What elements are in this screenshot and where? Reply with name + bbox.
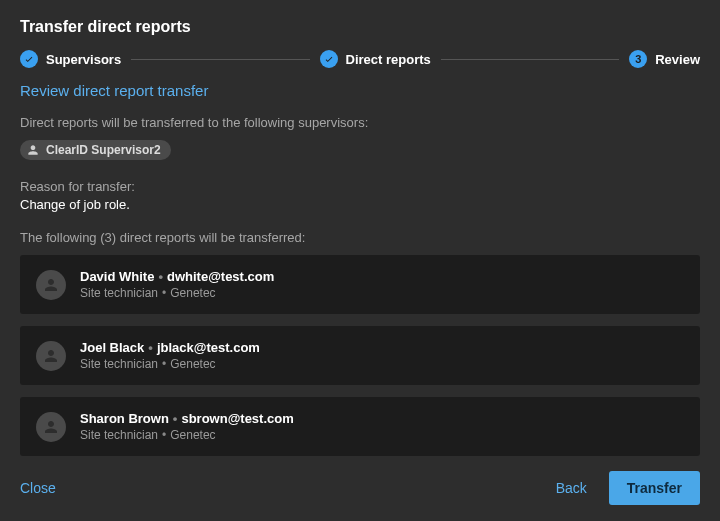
separator-dot: • <box>144 340 157 355</box>
supervisors-intro: Direct reports will be transferred to th… <box>20 115 700 130</box>
reason-value: Change of job role. <box>20 197 700 212</box>
back-button[interactable]: Back <box>542 472 601 504</box>
review-heading: Review direct report transfer <box>20 82 700 99</box>
person-line2: Site technician•Genetec <box>80 428 294 442</box>
avatar <box>36 270 66 300</box>
supervisor-chip: ClearID Supervisor2 <box>20 140 171 160</box>
step-connector <box>131 59 309 60</box>
person-line2: Site technician•Genetec <box>80 357 260 371</box>
separator-dot: • <box>154 269 167 284</box>
person-email: sbrown@test.com <box>181 411 293 426</box>
person-line1: Sharon Brown•sbrown@test.com <box>80 411 294 426</box>
person-line2: Site technician•Genetec <box>80 286 274 300</box>
step-label: Supervisors <box>46 52 121 67</box>
step-direct-reports[interactable]: Direct reports <box>320 50 431 68</box>
person-role: Site technician <box>80 357 158 371</box>
separator-dot: • <box>158 428 170 442</box>
avatar <box>36 341 66 371</box>
step-supervisors[interactable]: Supervisors <box>20 50 121 68</box>
transfer-dialog: Transfer direct reports Supervisors Dire… <box>0 0 720 521</box>
step-label: Direct reports <box>346 52 431 67</box>
step-connector <box>441 59 619 60</box>
person-line1: David White•dwhite@test.com <box>80 269 274 284</box>
person-org: Genetec <box>170 428 215 442</box>
person-email: jblack@test.com <box>157 340 260 355</box>
person-line1: Joel Black•jblack@test.com <box>80 340 260 355</box>
reason-block: Reason for transfer: Change of job role. <box>20 179 700 212</box>
person-name: Sharon Brown <box>80 411 169 426</box>
person-email: dwhite@test.com <box>167 269 274 284</box>
person-icon <box>26 143 40 157</box>
step-review[interactable]: 3 Review <box>629 50 700 68</box>
list-intro: The following (3) direct reports will be… <box>20 230 700 245</box>
close-button[interactable]: Close <box>20 472 70 504</box>
person-role: Site technician <box>80 286 158 300</box>
person-card: Sharon Brown•sbrown@test.comSite technic… <box>20 397 700 456</box>
avatar <box>36 412 66 442</box>
dialog-body: Review direct report transfer Direct rep… <box>0 82 720 459</box>
person-name: Joel Black <box>80 340 144 355</box>
check-icon <box>20 50 38 68</box>
person-name: David White <box>80 269 154 284</box>
person-info: Sharon Brown•sbrown@test.comSite technic… <box>80 411 294 442</box>
step-label: Review <box>655 52 700 67</box>
person-info: Joel Black•jblack@test.comSite technicia… <box>80 340 260 371</box>
person-card: Joel Black•jblack@test.comSite technicia… <box>20 326 700 385</box>
transfer-button[interactable]: Transfer <box>609 471 700 505</box>
supervisor-chip-label: ClearID Supervisor2 <box>46 143 161 157</box>
check-icon <box>320 50 338 68</box>
people-list: David White•dwhite@test.comSite technici… <box>20 255 700 456</box>
step-number-icon: 3 <box>629 50 647 68</box>
person-info: David White•dwhite@test.comSite technici… <box>80 269 274 300</box>
stepper: Supervisors Direct reports 3 Review <box>0 50 720 82</box>
separator-dot: • <box>158 357 170 371</box>
separator-dot: • <box>158 286 170 300</box>
dialog-footer: Close Back Transfer <box>0 459 720 521</box>
dialog-title: Transfer direct reports <box>0 0 720 50</box>
person-card: David White•dwhite@test.comSite technici… <box>20 255 700 314</box>
reason-label: Reason for transfer: <box>20 179 700 194</box>
person-role: Site technician <box>80 428 158 442</box>
separator-dot: • <box>169 411 182 426</box>
person-org: Genetec <box>170 286 215 300</box>
person-org: Genetec <box>170 357 215 371</box>
